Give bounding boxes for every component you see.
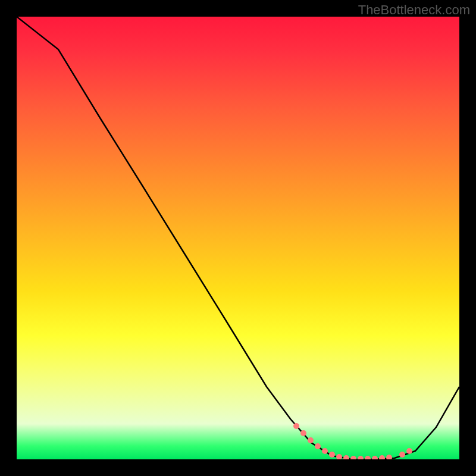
svg-point-5 xyxy=(329,452,335,458)
svg-point-2 xyxy=(308,437,314,443)
svg-point-10 xyxy=(365,456,371,459)
svg-point-3 xyxy=(315,443,321,449)
valley-markers xyxy=(293,423,412,459)
svg-point-1 xyxy=(300,430,306,436)
bottleneck-curve xyxy=(17,17,459,459)
svg-point-15 xyxy=(406,448,412,454)
chart-container: TheBottleneck.com xyxy=(0,0,476,476)
svg-point-9 xyxy=(358,456,364,459)
svg-point-14 xyxy=(399,452,405,458)
value-line xyxy=(17,17,459,459)
watermark-text: TheBottleneck.com xyxy=(358,2,470,18)
svg-point-7 xyxy=(343,455,349,459)
svg-point-11 xyxy=(372,456,378,459)
svg-point-13 xyxy=(386,455,392,459)
svg-point-0 xyxy=(293,423,299,429)
plot-area xyxy=(17,17,459,459)
svg-point-8 xyxy=(350,456,356,459)
svg-point-6 xyxy=(336,454,342,459)
svg-point-4 xyxy=(322,448,328,454)
svg-point-12 xyxy=(379,455,385,459)
